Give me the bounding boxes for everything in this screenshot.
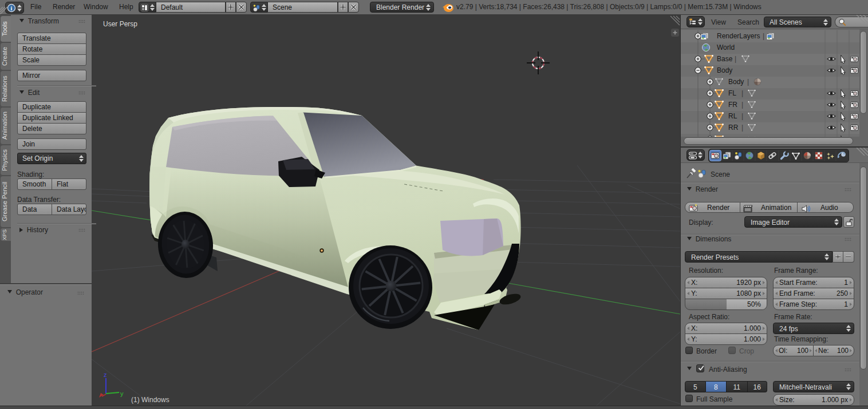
svg-text:z: z xyxy=(104,371,107,378)
svg-text:|: | xyxy=(741,112,743,120)
svg-text:RL: RL xyxy=(728,112,737,120)
svg-text:RenderLayers: RenderLayers xyxy=(717,32,760,40)
svg-text:World: World xyxy=(717,43,735,51)
svg-text:i: i xyxy=(11,5,13,11)
svg-text:|: | xyxy=(741,124,743,132)
svg-text:|: | xyxy=(763,32,764,40)
svg-text:RR: RR xyxy=(728,124,739,132)
svg-text:|: | xyxy=(741,101,743,109)
svg-text:|: | xyxy=(747,78,749,86)
svg-text:FR: FR xyxy=(728,101,737,109)
svg-text:|: | xyxy=(741,89,743,97)
svg-text:FL: FL xyxy=(728,89,736,97)
svg-text:|: | xyxy=(735,55,736,63)
svg-text:(1) Windows: (1) Windows xyxy=(131,396,169,404)
svg-text:Base: Base xyxy=(717,55,733,63)
svg-text:y: y xyxy=(120,390,124,397)
svg-text:Body: Body xyxy=(728,78,744,86)
svg-text:Body: Body xyxy=(717,66,732,74)
svg-text:User Persp: User Persp xyxy=(103,20,137,28)
